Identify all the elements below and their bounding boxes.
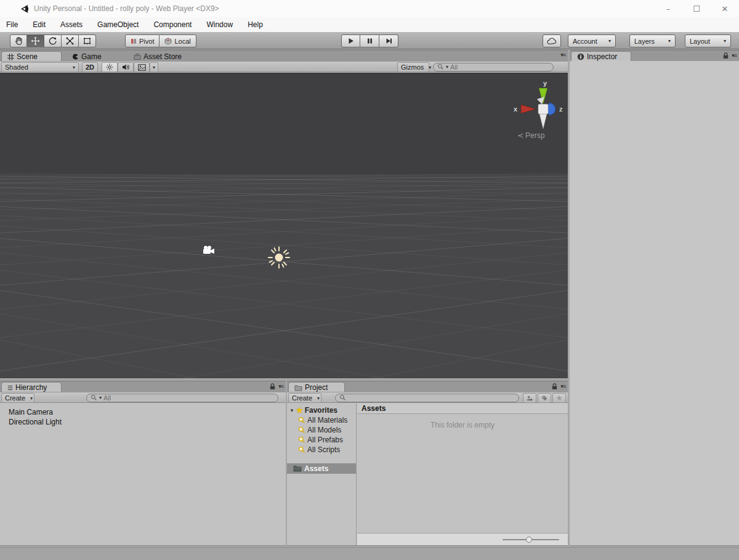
axis-z-label: z [559,105,563,113]
account-dropdown[interactable]: Account ▾ [568,34,616,47]
menu-help[interactable]: Help [240,17,270,32]
scene-effects-dropdown[interactable]: ▾ [150,62,158,72]
favorites-item-label: All Prefabs [307,436,343,444]
lock-icon[interactable] [551,383,558,390]
hierarchy-search-input[interactable]: ▾ All [86,394,278,402]
tab-game[interactable]: Game [67,51,107,62]
favorites-item-label: All Scripts [307,445,340,454]
assets-header-label: Assets [361,404,386,413]
hierarchy-toolbar: Create ▾ ▾ All [0,392,286,403]
panel-menu-icon[interactable]: ▾≡ [732,52,737,59]
layers-dropdown[interactable]: Layers ▾ [629,34,676,47]
tab-project[interactable]: Project [288,382,345,392]
account-label: Account [573,38,604,45]
favorites-group[interactable]: ▼ ★ Favorites [287,405,356,415]
create-label: Create [292,394,312,402]
main-camera-gizmo-icon[interactable] [202,245,216,255]
move-icon [31,36,40,46]
tab-asset-store[interactable]: Asset Store [128,51,187,62]
search-by-label-button[interactable] [538,393,551,403]
pivot-local-group: Pivot Local [125,34,196,47]
pause-button[interactable] [360,34,379,47]
local-cube-icon [164,38,172,45]
chevron-down-icon: ▾ [73,65,75,70]
scene-audio-button[interactable] [118,62,134,72]
close-button[interactable]: ✕ [711,0,739,17]
create-label: Create [5,394,25,402]
toggle-2d-button[interactable]: 2D [82,62,98,72]
scene-axis-gizmo[interactable]: y x z [506,78,565,140]
hierarchy-item-directional-light[interactable]: Directional Light [0,417,286,427]
favorites-all-prefabs[interactable]: All Prefabs [287,435,356,445]
cloud-button[interactable] [543,34,561,47]
tab-hierarchy[interactable]: ☰ Hierarchy [1,382,62,392]
lock-icon[interactable] [269,383,276,390]
menu-component[interactable]: Component [146,17,199,32]
layout-dropdown[interactable]: Layout ▾ [685,34,731,47]
image-icon [138,64,146,71]
search-icon [91,394,97,401]
menu-edit[interactable]: Edit [25,17,53,32]
panel-menu-icon[interactable]: ▾≡ [560,52,565,58]
menu-file[interactable]: File [0,17,25,32]
tab-inspector[interactable]: Inspector [571,51,631,62]
speaker-icon [122,63,130,71]
cloud-icon [547,38,557,45]
project-create-dropdown[interactable]: Create ▾ [288,393,321,403]
layers-label: Layers [634,38,663,45]
scale-tool-button[interactable] [62,34,79,47]
menu-window[interactable]: Window [199,17,240,32]
directional-light-gizmo-icon[interactable] [267,246,291,269]
move-tool-button[interactable] [27,34,44,47]
tab-scene[interactable]: Scene [1,51,62,62]
scene-lighting-button[interactable] [102,62,118,72]
gizmos-dropdown[interactable]: Gizmos ▾ [397,62,429,72]
pivot-toggle-button[interactable]: Pivot [125,34,160,47]
asset-zoom-slider[interactable] [503,537,559,542]
chevron-down-icon: ▾ [608,38,611,44]
favorites-all-models[interactable]: All Models [287,425,356,435]
panel-menu-icon[interactable]: ▾≡ [278,383,283,389]
project-content-pane[interactable]: Assets This folder is empty [357,404,568,545]
rotate-tool-button[interactable] [44,34,62,47]
project-search-input[interactable] [335,394,519,402]
shaded-dropdown[interactable]: Shaded ▾ [1,62,79,72]
assets-folder-item[interactable]: Assets [287,463,356,474]
cloud-group [543,34,561,47]
info-icon [577,53,584,60]
search-icon [437,63,444,70]
menu-assets[interactable]: Assets [53,17,90,32]
perspective-toggle[interactable]: ≺ Persp [517,131,544,140]
search-by-type-button[interactable] [523,393,536,403]
hierarchy-item-main-camera[interactable]: Main Camera [0,407,286,417]
play-button[interactable] [341,34,360,47]
sun-icon [106,63,113,71]
scene-effects-button[interactable] [134,62,150,72]
hand-tool-button[interactable] [10,34,27,47]
scene-search-input[interactable]: ▾ All [433,63,554,71]
inspector-content [570,61,739,545]
title-bar: Unity Personal - Untitled - rolly poly -… [0,0,739,17]
open-folder-icon [293,465,302,472]
hierarchy-list-icon: ☰ [7,384,13,391]
rect-tool-icon [83,36,92,46]
favorites-all-materials[interactable]: All Materials [287,415,356,425]
maximize-button[interactable]: ☐ [682,0,711,17]
favorites-all-scripts[interactable]: All Scripts [287,445,356,455]
local-toggle-button[interactable]: Local [160,34,196,47]
rect-tool-button[interactable] [79,34,96,47]
step-button[interactable] [379,34,398,47]
hierarchy-panel: ☰ Hierarchy ▾≡ Create ▾ ▾ All Main Camer… [0,381,286,546]
slider-thumb[interactable] [526,537,532,543]
panel-menu-icon[interactable]: ▾≡ [560,383,565,389]
scene-viewport[interactable]: y x z ≺ Persp [0,73,568,378]
axis-center-cube [538,104,548,114]
hierarchy-create-dropdown[interactable]: Create ▾ [1,393,34,403]
minimize-button[interactable]: – [654,0,682,17]
save-search-button[interactable]: ★ [552,393,566,403]
hierarchy-tabstrip: ☰ Hierarchy ▾≡ [0,381,286,392]
lock-icon[interactable] [722,52,729,59]
menu-gameobject[interactable]: GameObject [90,17,146,32]
game-icon [72,53,79,60]
2d-label: 2D [86,63,94,71]
